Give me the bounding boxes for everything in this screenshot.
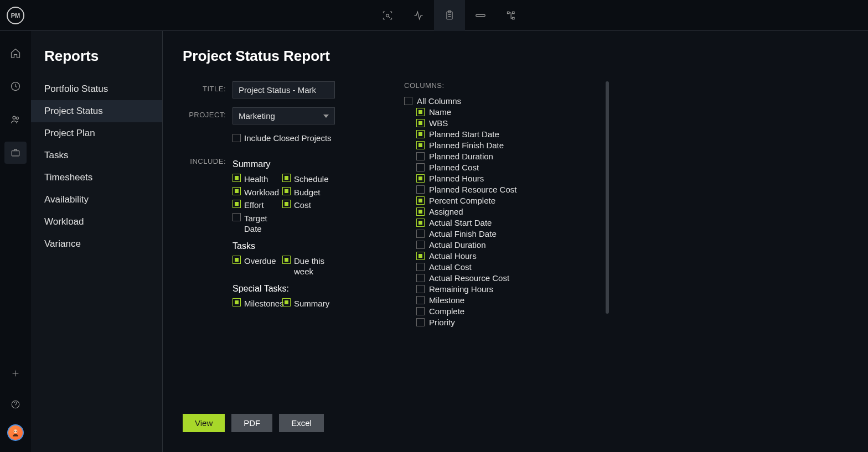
include-checkbox-health[interactable] [232,174,241,182]
include-checkbox-effort[interactable] [232,200,241,208]
svg-rect-5 [476,14,485,16]
left-rail [0,31,31,452]
include-item-label: Target Date [244,213,282,235]
column-checkbox-actual-cost[interactable] [416,263,425,271]
column-label: Planned Hours [429,174,484,183]
column-checkbox-planned-start-date[interactable] [416,130,425,138]
include-checkbox-workload[interactable] [232,187,241,195]
column-label: Planned Resource Cost [429,185,516,194]
column-checkbox-milestone[interactable] [416,296,425,304]
column-checkbox-remaining-hours[interactable] [416,285,425,293]
column-checkbox-actual-hours[interactable] [416,252,425,260]
all-columns-checkbox[interactable] [404,97,412,105]
column-checkbox-assigned[interactable] [416,207,425,216]
home-icon[interactable] [4,42,27,64]
column-label: Planned Cost [429,163,479,172]
column-label: Name [429,107,451,117]
include-checkbox-summary[interactable] [282,298,291,306]
sidebar-title: Reports [31,48,162,78]
include-checkbox-target-date[interactable] [232,213,241,221]
include-checkbox-cost[interactable] [282,200,291,208]
svg-point-18 [16,431,17,432]
sidebar-item-tasks[interactable]: Tasks [31,144,162,167]
column-checkbox-actual-start-date[interactable] [416,219,425,227]
column-label: Remaining Hours [429,284,493,294]
column-checkbox-percent-complete[interactable] [416,196,425,205]
column-checkbox-name[interactable] [416,108,425,116]
scrollbar[interactable] [606,81,609,380]
column-label: Percent Complete [429,196,495,205]
column-label: Actual Finish Date [429,229,497,238]
activity-icon[interactable] [403,0,434,31]
link-icon[interactable] [465,0,496,31]
column-label: Planned Start Date [429,129,499,139]
help-icon[interactable] [4,393,27,415]
column-label: Complete [429,306,464,316]
flow-icon[interactable] [496,0,527,31]
sidebar: Reports Portfolio StatusProject StatusPr… [31,31,163,452]
column-checkbox-planned-cost[interactable] [416,163,425,172]
column-label: Actual Hours [429,251,477,261]
chevron-down-icon [323,115,329,118]
column-label: Assigned [429,207,463,216]
include-checkbox-schedule[interactable] [282,174,291,182]
title-label: TITLE: [183,81,232,93]
app-logo[interactable]: PM [0,0,31,31]
project-select[interactable]: Marketing [232,107,335,124]
users-icon[interactable] [4,108,27,131]
column-checkbox-actual-finish-date[interactable] [416,230,425,238]
include-checkbox-overdue[interactable] [232,256,241,264]
column-checkbox-complete[interactable] [416,307,425,315]
column-label: Priority [429,318,455,327]
svg-point-17 [14,431,16,432]
all-columns-label: All Columns [417,96,461,106]
column-checkbox-planned-hours[interactable] [416,174,425,183]
svg-point-0 [386,14,389,17]
title-input[interactable] [232,81,335,98]
column-checkbox-actual-resource-cost[interactable] [416,274,425,282]
include-item-label: Due this week [294,256,332,277]
clock-icon[interactable] [4,75,27,97]
view-button[interactable]: View [183,414,225,432]
column-checkbox-planned-duration[interactable] [416,152,425,160]
sidebar-item-project-plan[interactable]: Project Plan [31,122,162,144]
sidebar-item-availability[interactable]: Availability [31,189,162,211]
column-label: Planned Finish Date [429,141,504,150]
include-checkbox-budget[interactable] [282,187,291,195]
clipboard-icon[interactable] [434,0,465,31]
excel-button[interactable]: Excel [279,414,324,432]
include-item-label: Overdue [244,256,276,267]
column-label: Actual Cost [429,262,472,272]
scrollbar-thumb[interactable] [606,81,609,314]
sidebar-item-portfolio-status[interactable]: Portfolio Status [31,78,162,100]
sidebar-item-variance[interactable]: Variance [31,233,162,255]
include-item-label: Summary [294,298,329,309]
include-checkbox-due-this-week[interactable] [282,256,291,264]
column-label: Actual Duration [429,240,486,250]
plus-icon[interactable] [4,362,27,385]
avatar[interactable] [7,424,24,441]
include-label: INCLUDE: [183,154,232,165]
include-item-label: Milestones [244,298,284,309]
include-item-label: Health [244,174,268,185]
column-checkbox-priority[interactable] [416,318,425,326]
column-label: Planned Duration [429,152,493,161]
scan-icon[interactable] [372,0,403,31]
sidebar-item-project-status[interactable]: Project Status [31,100,162,122]
svg-rect-6 [508,12,509,13]
logo-text: PM [7,7,24,24]
column-checkbox-wbs[interactable] [416,119,425,127]
sidebar-item-workload[interactable]: Workload [31,211,162,233]
column-checkbox-planned-resource-cost[interactable] [416,185,425,194]
include-item-label: Budget [294,187,321,198]
include-checkbox-milestones[interactable] [232,298,241,306]
include-closed-checkbox[interactable] [232,134,241,142]
column-checkbox-actual-duration[interactable] [416,241,425,249]
include-item-label: Cost [294,200,311,211]
include-item-label: Schedule [294,174,329,185]
column-checkbox-planned-finish-date[interactable] [416,141,425,149]
svg-rect-7 [513,12,514,13]
briefcase-icon[interactable] [4,142,27,164]
pdf-button[interactable]: PDF [231,414,272,432]
sidebar-item-timesheets[interactable]: Timesheets [31,167,162,189]
